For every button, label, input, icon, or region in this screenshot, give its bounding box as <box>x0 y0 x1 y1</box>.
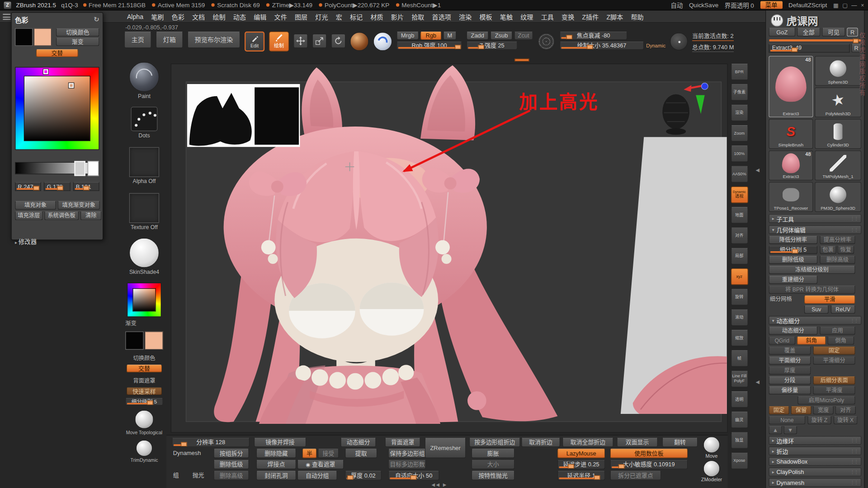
default-zscript-button[interactable]: DefaultZScript <box>788 2 827 9</box>
dock-control[interactable]: 目标多边形数 <box>388 460 426 469</box>
geometry-section-header[interactable]: 几何体编辑 <box>769 225 861 234</box>
dock-control[interactable]: 翻转 <box>662 438 698 447</box>
dock-control[interactable]: 抛光 <box>191 471 211 480</box>
rotate-gizmo-button[interactable] <box>331 34 345 48</box>
dock-control[interactable]: 封闭孔洞 <box>256 471 296 480</box>
tool-thumbnail[interactable]: TPose1_Recover <box>769 182 813 212</box>
view-control-button[interactable]: 地面 <box>731 207 748 224</box>
hue-picker[interactable] <box>15 67 99 150</box>
menu-item[interactable]: 编辑 <box>250 10 270 23</box>
dock-control[interactable]: 膨胀 <box>472 449 515 458</box>
view-control-button[interactable]: 独显 <box>731 432 748 449</box>
dynamic-subdiv-control[interactable]: 保留 <box>791 406 811 414</box>
view-control-button[interactable]: 渲染 <box>731 104 748 121</box>
quicksave-button[interactable]: QuickSave <box>689 2 718 9</box>
preview-boolean-button[interactable]: 预览布尔渲染 <box>188 32 241 48</box>
view-control-button[interactable]: Line Fill PolyF <box>731 371 748 387</box>
dock-control[interactable]: Dynamesh <box>172 449 212 458</box>
switch-color-button[interactable]: 切换颜色 <box>56 28 99 36</box>
dock-control[interactable]: 查看遮罩 <box>297 460 344 469</box>
dock-brush-thumb[interactable]: Move <box>697 436 726 459</box>
dock-control[interactable]: 按组拆分 <box>213 449 249 458</box>
tool-thumbnail[interactable]: SimpleBrush <box>769 119 813 149</box>
dock-control[interactable]: 延迟半径 1 <box>557 471 605 480</box>
dock-control[interactable]: 按特性抛光 <box>472 471 515 480</box>
backface-mask-label[interactable]: 背面遮罩 <box>133 376 155 385</box>
menu-item[interactable]: 文档 <box>188 10 208 23</box>
menu-item[interactable]: 笔触 <box>496 10 516 23</box>
dynamic-subdiv-control[interactable]: 平滑度 <box>813 386 855 394</box>
geometry-control[interactable]: 细分级别 5 <box>769 246 817 254</box>
window-control-icon[interactable]: — <box>851 2 857 8</box>
menu-item[interactable]: 宏 <box>332 10 346 23</box>
dock-control[interactable]: 拆分已遮罩点 <box>610 471 661 480</box>
dock-control[interactable]: 动态细分 <box>340 438 376 447</box>
dock-control[interactable]: 保持多边形组 <box>388 449 426 458</box>
gradient-button[interactable]: 渐变 <box>56 38 99 46</box>
draw-size-slider[interactable]: 绘制大小 35.48367 <box>560 42 644 50</box>
view-control-button[interactable]: Xpose <box>731 453 748 469</box>
focal-shift-slider[interactable]: 焦点衰减 -80 <box>560 32 627 40</box>
dock-control[interactable]: 分辨率 128 <box>172 438 250 447</box>
geometry-control[interactable]: Suv <box>804 305 829 314</box>
geometry-control[interactable]: 将 BPR 转换为几何体 <box>769 286 855 294</box>
brush-thumbnail[interactable] <box>131 107 158 131</box>
dock-control[interactable]: 取消全部折边 <box>562 438 613 447</box>
window-control-icon[interactable]: ▢ <box>842 2 848 8</box>
dynamic-subdiv-control[interactable]: 启用MicroPoly <box>797 396 855 404</box>
dock-control[interactable]: 组 <box>172 471 185 480</box>
tool-header-button[interactable]: 全部 <box>797 28 821 37</box>
fast-sample-button[interactable]: 快速采样 <box>127 387 162 395</box>
current-material-icon[interactable] <box>350 32 369 51</box>
gradient-color-picker[interactable] <box>127 283 161 317</box>
white-swatch[interactable] <box>88 161 99 176</box>
strip-secondary-color[interactable] <box>145 331 163 349</box>
dynamic-subdiv-control[interactable]: 斜角 <box>797 336 826 344</box>
tool-thumbnail[interactable]: Sphere3D <box>815 56 861 86</box>
tray-collapse-icon[interactable]: ◀ <box>756 167 760 172</box>
view-control-button[interactable]: 对齐 <box>731 227 748 244</box>
fill-button[interactable]: 清除 <box>80 211 102 221</box>
tool-header-button[interactable]: GoZ <box>769 28 795 37</box>
rgb-intensity-slider[interactable]: Rgb 强度 100 <box>396 42 462 50</box>
dock-control[interactable]: ZRemesher <box>425 438 466 458</box>
dock-control[interactable]: 接受 <box>318 449 339 458</box>
modifiers-section[interactable]: 修改器 <box>15 237 99 246</box>
dynamic-subdiv-control[interactable]: 平面细分 <box>769 357 811 365</box>
secondary-color-swatch[interactable] <box>34 28 52 46</box>
view-control-button[interactable]: xyz <box>731 268 748 285</box>
menu-item[interactable]: 材质 <box>367 10 387 23</box>
sculpt-mode-button[interactable]: Zsub <box>490 32 512 40</box>
menu-item[interactable]: 变换 <box>557 10 578 23</box>
tool-thumbnail[interactable]: PolyMesh3D <box>815 87 861 117</box>
paint-mode-button[interactable]: Mrgb <box>396 32 419 40</box>
collapsed-section-header[interactable]: 边缘环 <box>769 436 861 445</box>
menu-item[interactable]: 拾取 <box>408 10 428 23</box>
fill-button[interactable]: 填充涂层 <box>15 211 42 221</box>
dynamic-subdiv-control[interactable]: 固定 <box>813 347 855 355</box>
trim-dynamic-icon[interactable] <box>136 440 153 456</box>
dynamic-subdiv-control[interactable]: ▼ <box>783 426 797 434</box>
paint-tool-icon[interactable] <box>129 62 159 92</box>
view-control-button[interactable]: Zoom <box>731 125 748 142</box>
focal-shift-icon[interactable] <box>538 33 555 50</box>
menu-item[interactable]: 色彩 <box>168 10 188 23</box>
menu-button[interactable]: 菜单 <box>760 1 782 9</box>
menu-item[interactable]: 图层 <box>291 10 311 23</box>
menu-item[interactable]: 纹理 <box>517 10 537 23</box>
dock-control[interactable]: 自动分组 <box>297 471 337 480</box>
current-stroke-icon[interactable] <box>373 32 392 51</box>
collapsed-section-header[interactable]: ClayPolish <box>769 468 861 477</box>
view-control-button[interactable]: 帧 <box>731 350 748 367</box>
strip-switch-color-label[interactable]: 切换颜色 <box>133 353 155 361</box>
z-intensity-slider[interactable]: Z 强度 25 <box>467 42 518 50</box>
dynamic-subdiv-control[interactable]: 分段 <box>769 376 811 385</box>
dynamic-subdiv-control[interactable]: 平滑细分 <box>813 357 855 365</box>
view-control-button[interactable]: 旋转 <box>731 289 748 305</box>
sculpt-mode-button[interactable]: Zcut <box>514 32 533 40</box>
collapsed-section-header[interactable]: ShadowBox <box>769 457 861 466</box>
fill-button[interactable]: 系统调色板 <box>44 211 79 221</box>
saturation-picker[interactable] <box>24 76 90 141</box>
rgb-channel-slider[interactable]: R 247 <box>15 182 41 191</box>
geometry-control[interactable]: 平滑 <box>804 296 855 304</box>
